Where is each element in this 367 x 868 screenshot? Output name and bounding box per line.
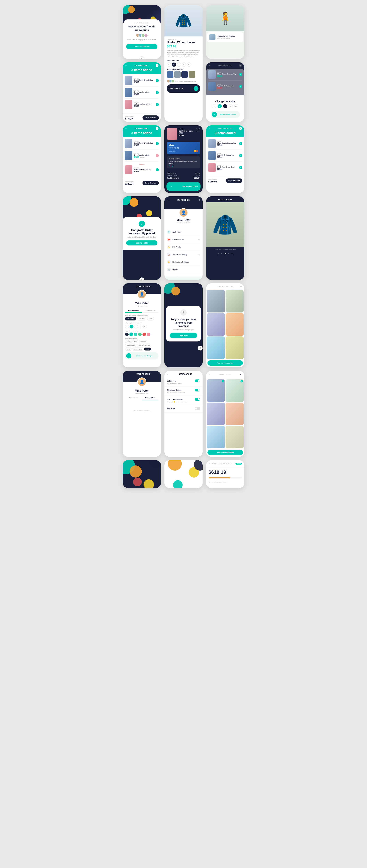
- remove-button[interactable]: −: [239, 73, 242, 76]
- toggle-new-stuff[interactable]: [195, 407, 200, 410]
- fav-item[interactable]: [207, 313, 225, 336]
- color-teal[interactable]: [130, 333, 133, 336]
- gender-women[interactable]: For Women: [125, 317, 136, 320]
- share-icon[interactable]: ⇡: [240, 198, 242, 201]
- remove-button[interactable]: −: [156, 91, 159, 94]
- size-m[interactable]: M: [172, 62, 176, 67]
- select-item[interactable]: [207, 426, 225, 448]
- remove-button[interactable]: +: [239, 154, 242, 157]
- checkout-button[interactable]: Go to checkout: [142, 181, 159, 185]
- back-arrow[interactable]: ←: [208, 285, 210, 288]
- brand-see-all[interactable]: See all: [144, 347, 151, 350]
- select-item[interactable]: [226, 403, 244, 425]
- size-xl[interactable]: XL: [139, 324, 142, 329]
- menu-item-outfit-ideas[interactable]: 👕 Outfit Ideas: [167, 228, 200, 236]
- menu-item-logout[interactable]: ↩️ Logout: [167, 266, 200, 273]
- remove-from-favorites-button[interactable]: Remove from favorites: [207, 450, 243, 455]
- back-arrow[interactable]: ←: [208, 64, 210, 67]
- brand-nike[interactable]: Nike: [133, 340, 138, 343]
- brand-converse[interactable]: Converse: [139, 340, 147, 343]
- remove-button[interactable]: −: [156, 142, 159, 145]
- brand-tommy[interactable]: Tommy Hilfiger: [125, 344, 136, 347]
- back-to-outfits-button[interactable]: Back to outfits: [126, 241, 158, 245]
- swipe-apply-slider[interactable]: → Swipe to apply changes: [210, 111, 240, 118]
- size-l[interactable]: L: [177, 62, 181, 67]
- remove-button[interactable]: +: [239, 142, 242, 145]
- color-blue[interactable]: [167, 71, 173, 78]
- checkout-button[interactable]: Go to checkout: [226, 179, 242, 183]
- size-xxl[interactable]: XXL: [143, 324, 147, 329]
- select-item[interactable]: ✓: [207, 379, 225, 402]
- size-s[interactable]: S: [212, 104, 216, 108]
- edit-icon[interactable]: ✎: [240, 285, 242, 288]
- back-arrow[interactable]: ←: [125, 285, 127, 288]
- back-arrow[interactable]: ←: [125, 127, 127, 130]
- back-arrow[interactable]: ←: [125, 373, 127, 375]
- color-red[interactable]: [142, 333, 146, 336]
- change-address-link[interactable]: Change: [169, 165, 198, 167]
- brand-adidas[interactable]: Adidas: [125, 340, 132, 343]
- select-item[interactable]: [207, 403, 225, 425]
- size-xxl[interactable]: XXL: [187, 62, 191, 67]
- menu-item-favorite-outfits[interactable]: ❤️ Favorite Outfits (11): [167, 236, 200, 243]
- select-item[interactable]: ✓: [226, 379, 244, 402]
- toggle-outfit-ideas[interactable]: [195, 379, 200, 382]
- back-arrow[interactable]: ←: [208, 198, 210, 201]
- fav-item[interactable]: [226, 313, 244, 336]
- back-arrow[interactable]: ←: [208, 127, 210, 130]
- color-navy[interactable]: [181, 71, 188, 78]
- remove-button[interactable]: −: [156, 168, 159, 172]
- color-gray[interactable]: [174, 71, 181, 78]
- tab-personal-info[interactable]: Personal Info: [142, 309, 159, 312]
- menu-item-transaction-history[interactable]: 📋 Transaction History (1): [167, 251, 200, 258]
- prev-button[interactable]: ↩: [217, 252, 219, 255]
- size-m[interactable]: M: [218, 104, 222, 108]
- swipe-save-slider[interactable]: → Swipe to save changes: [125, 352, 159, 360]
- gender-men[interactable]: For Men: [137, 317, 146, 320]
- add-to-favorites-button[interactable]: Add more to favorites: [207, 361, 243, 366]
- select-item[interactable]: [226, 426, 244, 448]
- menu-item-notifications[interactable]: 🔔 Notifications Settings: [167, 258, 200, 266]
- color-green[interactable]: [138, 333, 142, 336]
- fav-item[interactable]: [226, 336, 244, 359]
- swipe-pay-button[interactable]: → Swipe to Pay $201.84: [167, 182, 200, 191]
- brand-jordan[interactable]: Jordan: [125, 347, 132, 350]
- fav-item[interactable]: [207, 336, 225, 359]
- size-s[interactable]: S: [167, 62, 171, 67]
- remove-button[interactable]: −: [156, 154, 159, 157]
- remove-button[interactable]: +: [239, 166, 242, 169]
- color-pink[interactable]: [147, 333, 150, 336]
- login-again-button[interactable]: Login again: [170, 333, 197, 338]
- tab-configuration[interactable]: Configuration: [125, 396, 142, 400]
- menu-item-edit-profile[interactable]: ✏️ Edit Profile: [167, 243, 200, 251]
- color-teal2[interactable]: [134, 333, 137, 336]
- size-l[interactable]: L: [223, 104, 227, 108]
- close-button[interactable]: ✕: [139, 277, 144, 280]
- size-s[interactable]: S: [125, 324, 129, 329]
- back-arrow[interactable]: ←: [125, 64, 127, 67]
- connect-facebook-button[interactable]: Connect Facebook: [126, 44, 158, 49]
- remove-button[interactable]: −: [156, 103, 159, 106]
- all-time-badge[interactable]: All Time: [235, 463, 242, 465]
- remove-link[interactable]: Remove: [125, 163, 159, 165]
- color-navy[interactable]: [125, 333, 129, 336]
- fav-item[interactable]: [226, 290, 244, 312]
- tab-configuration[interactable]: Configuration: [125, 309, 142, 313]
- checkout-button[interactable]: Go to checkout: [142, 116, 159, 120]
- back-arrow[interactable]: ←: [167, 373, 169, 375]
- remove-button[interactable]: −: [239, 85, 242, 88]
- next-button[interactable]: ↪: [232, 252, 234, 255]
- remove-button[interactable]: −: [156, 79, 159, 82]
- toggle-stock[interactable]: [195, 398, 200, 401]
- swipe-add-to-bag-button[interactable]: Swipe to add to bag →: [167, 84, 200, 93]
- add-item-button[interactable]: +: [196, 128, 200, 132]
- back-arrow[interactable]: ←: [208, 373, 210, 375]
- back-arrow[interactable]: ←: [167, 199, 169, 201]
- size-xxl[interactable]: XXL: [234, 104, 238, 108]
- gender-both[interactable]: Both: [147, 317, 154, 320]
- close-icon[interactable]: ✕: [240, 373, 242, 376]
- brand-lecoq[interactable]: Le Coq Sportif: [133, 347, 144, 350]
- size-m[interactable]: M: [130, 324, 134, 329]
- fav-item[interactable]: [207, 290, 225, 312]
- size-xl[interactable]: XL: [182, 62, 186, 67]
